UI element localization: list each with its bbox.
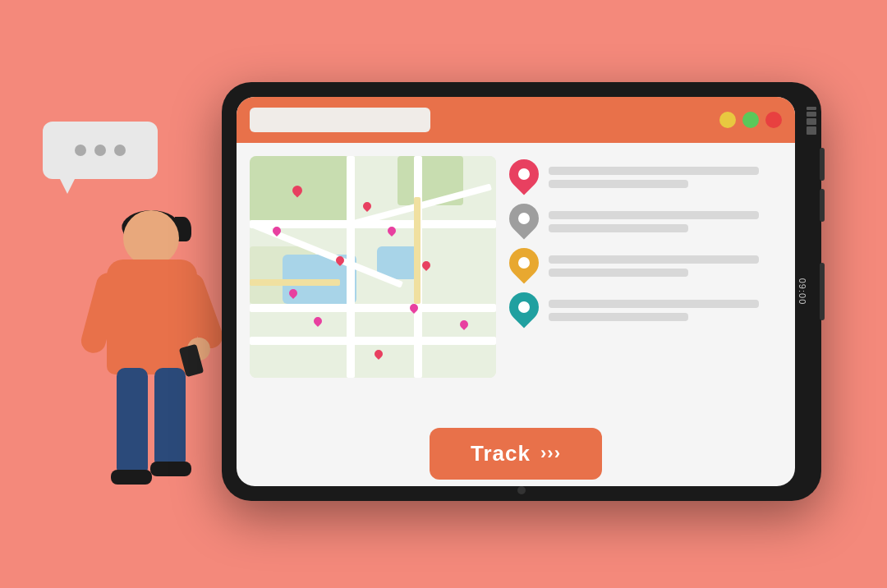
speech-bubble <box>43 122 158 179</box>
dot-yellow[interactable] <box>719 112 736 128</box>
location-line-1b <box>549 180 688 188</box>
map-road-yellow1 <box>250 279 340 286</box>
location-pin-teal <box>509 292 539 328</box>
dot-red[interactable] <box>765 112 782 128</box>
location-line-3a <box>549 255 759 264</box>
person-leg-right <box>154 368 186 466</box>
location-line-1a <box>549 167 759 175</box>
browser-window-controls <box>719 112 782 128</box>
map-road-yellow2 <box>414 197 421 304</box>
location-list-panel <box>509 156 782 407</box>
location-lines-1 <box>549 167 782 188</box>
map-road-h3 <box>250 337 496 345</box>
tablet-button-mid <box>820 189 825 222</box>
tablet-button-power <box>820 263 825 320</box>
location-pin-red <box>509 159 539 195</box>
browser-header <box>237 97 795 143</box>
location-line-3b <box>549 269 688 277</box>
track-button-area: Track ››› <box>237 420 795 486</box>
map-road-h2 <box>250 304 496 312</box>
tablet-home-button <box>517 486 526 494</box>
person-foot-left <box>111 470 152 485</box>
tablet-time: 09:00 <box>798 278 808 305</box>
location-line-4a <box>549 300 759 308</box>
track-chevrons-icon: ››› <box>540 443 561 464</box>
person-leg-left <box>117 368 148 475</box>
location-line-2a <box>549 211 759 219</box>
dot-green[interactable] <box>742 112 759 128</box>
content-area <box>237 143 795 420</box>
location-line-2b <box>549 224 688 232</box>
bubble-dot-3 <box>114 145 126 156</box>
bubble-dot-2 <box>94 145 106 156</box>
map-container <box>250 156 496 378</box>
location-item-1 <box>509 159 782 195</box>
signal-bars <box>807 107 816 135</box>
tablet-device: 09:00 <box>222 82 821 501</box>
location-lines-4 <box>549 300 782 321</box>
person-head <box>123 210 179 266</box>
address-bar[interactable] <box>250 108 430 132</box>
person-foot-right <box>150 462 191 476</box>
bubble-dot-1 <box>75 145 86 156</box>
tablet-screen: Track ››› <box>237 97 795 486</box>
location-lines-2 <box>549 211 782 232</box>
location-item-2 <box>509 204 782 240</box>
location-lines-3 <box>549 255 782 277</box>
location-item-4 <box>509 292 782 328</box>
location-item-3 <box>509 248 782 284</box>
track-button-label: Track <box>471 441 531 466</box>
person-illustration <box>82 210 214 539</box>
location-line-4b <box>549 313 688 321</box>
track-button[interactable]: Track ››› <box>430 428 602 480</box>
location-pin-orange <box>509 248 539 284</box>
location-pin-gray <box>509 204 539 240</box>
tablet-button-top <box>820 148 825 181</box>
